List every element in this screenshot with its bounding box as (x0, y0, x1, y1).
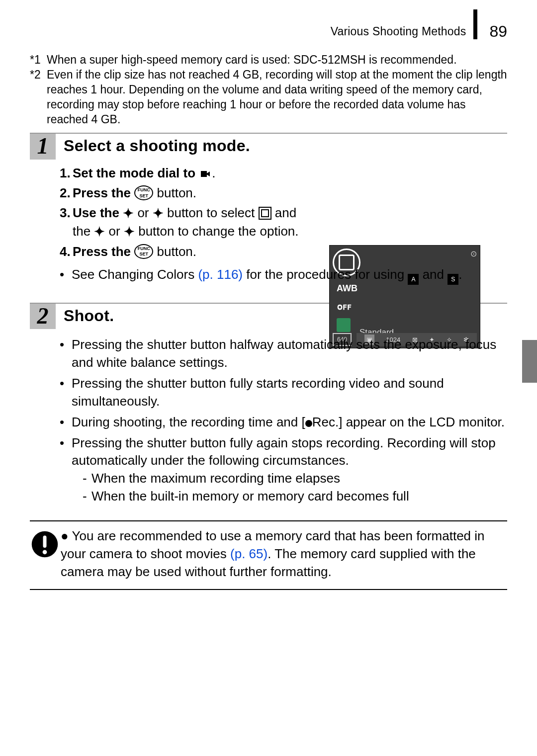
substep-1-1-text-b: . (212, 166, 215, 180)
substep-1-2-text-a: Press the (73, 185, 134, 200)
step-2-sublist: When the maximum recording time elapses … (72, 470, 507, 505)
see-note-text-c: and (419, 267, 448, 282)
substep-1-3-text-e: or (105, 224, 124, 239)
substep-1-3-text-c: button to select (164, 205, 259, 220)
step-2-bullet-4: Pressing the shutter button fully again … (60, 434, 507, 506)
caution-icon (31, 527, 61, 581)
step-2-bullet-1: Pressing the shutter button halfway auto… (60, 336, 507, 372)
right-arrow-icon: ✦ (124, 223, 135, 241)
see-note-text-a: See Changing Colors (72, 267, 198, 282)
step-2-bullet-3: During shooting, the recording time and … (60, 414, 507, 431)
svg-rect-1 (43, 536, 47, 548)
step-2-bullet-3-b: Rec.] appear on the LCD monitor. (312, 415, 505, 429)
see-note-text-b: for the procedures for using (243, 267, 408, 282)
step-1-number: 1 (30, 134, 56, 160)
key-lock-icon: ⊙ (470, 249, 477, 259)
thumb-index-tab (522, 340, 537, 383)
substep-1-4-text-a: Press the (73, 244, 134, 259)
step-2-bullets: Pressing the shutter button halfway auto… (60, 336, 507, 505)
step-1-see-note: See Changing Colors (p. 116) for the pro… (60, 266, 507, 285)
footnote-2-text: Even if the clip size has not reached 4 … (47, 68, 507, 127)
step-2-bullet-4-text: Pressing the shutter button fully again … (72, 435, 496, 468)
caution-box: ● You are recommended to use a memory ca… (30, 520, 507, 590)
page-header: Various Shooting Methods 89 (30, 0, 507, 53)
caution-text: ● You are recommended to use a memory ca… (61, 527, 506, 581)
step-2-title: Shoot. (56, 304, 114, 327)
step-2-body: Pressing the shutter button halfway auto… (30, 329, 507, 517)
footnote-1: *1 When a super high-speed memory card i… (30, 53, 507, 68)
step-1-notes: See Changing Colors (p. 116) for the pro… (60, 266, 507, 285)
lcd-body: ⊙ AWB ᴏꜰꜰ Standard 640 ▣ 1024 ⊠ ✦ ✧ ✻ (329, 245, 480, 348)
footnote-1-label: *1 (30, 53, 47, 68)
substep-1-1: Set the mode dial to . (60, 165, 308, 182)
caution-bullet: ● (61, 528, 69, 543)
see-note-text-d: . (458, 267, 462, 282)
movie-mode-icon (199, 169, 212, 179)
lcd-screenshot: ⊙ AWB ᴏꜰꜰ Standard 640 ▣ 1024 ⊠ ✦ ✧ ✻ (329, 245, 480, 348)
page-number: 89 (489, 21, 507, 42)
color-swap-icon: S (448, 274, 458, 285)
footnote-2-label: *2 (30, 68, 47, 127)
green-option-icon (337, 318, 351, 332)
page-ref-65[interactable]: (p. 65) (230, 546, 268, 561)
left-arrow-icon: ✦ (94, 223, 105, 241)
step-1: ⊙ AWB ᴏꜰꜰ Standard 640 ▣ 1024 ⊠ ✦ ✧ ✻ (30, 133, 507, 296)
step-1-substeps: Set the mode dial to . Press the button.… (60, 165, 308, 260)
substep-1-2-text-b: button. (153, 185, 196, 200)
lcd-left-column: AWB ᴏꜰꜰ (337, 282, 352, 313)
page-ref-116[interactable]: (p. 116) (198, 267, 243, 282)
manual-page: Various Shooting Methods 89 *1 When a su… (0, 0, 537, 756)
substep-1-2: Press the button. (60, 184, 308, 202)
substep-1-1-text-a: Set the mode dial to (73, 166, 199, 180)
step-2-dash-2: When the built-in memory or memory card … (83, 488, 507, 505)
up-arrow-icon: ✦ (123, 205, 134, 223)
step-1-title: Select a shooting mode. (56, 134, 250, 157)
record-dot-icon (305, 420, 312, 427)
movie-option-icon (259, 207, 271, 220)
step-1-body: Set the mode dial to . Press the button.… (30, 160, 507, 296)
step-2-bullet-2: Pressing the shutter button fully starts… (60, 375, 507, 411)
svg-point-2 (43, 550, 47, 554)
step-2-number: 2 (30, 304, 56, 330)
step-2-dash-1: When the maximum recording time elapses (83, 470, 507, 488)
footnote-2: *2 Even if the clip size has not reached… (30, 68, 507, 127)
substep-1-3: Use the ✦ or ✦ button to select and the … (60, 204, 308, 241)
footnote-block: *1 When a super high-speed memory card i… (30, 53, 507, 127)
footnote-1-text: When a super high-speed memory card is u… (47, 53, 457, 68)
substep-1-3-text-f: button to change the option. (135, 224, 299, 239)
down-arrow-icon: ✦ (153, 205, 164, 223)
header-divider (473, 9, 477, 39)
func-set-button-icon (134, 185, 153, 200)
flash-off-icon: ᴏꜰꜰ (337, 301, 352, 313)
step-2-bullet-3-a: During shooting, the recording time and … (72, 415, 305, 429)
substep-1-4-text-b: button. (153, 244, 196, 259)
func-set-button-icon (134, 244, 153, 259)
substep-1-3-text-b: or (134, 205, 153, 220)
substep-1-3-text-a: Use the (73, 205, 123, 220)
chapter-title: Various Shooting Methods (331, 24, 466, 39)
substep-1-4: Press the button. (60, 243, 308, 261)
color-accent-icon: A (408, 274, 419, 285)
